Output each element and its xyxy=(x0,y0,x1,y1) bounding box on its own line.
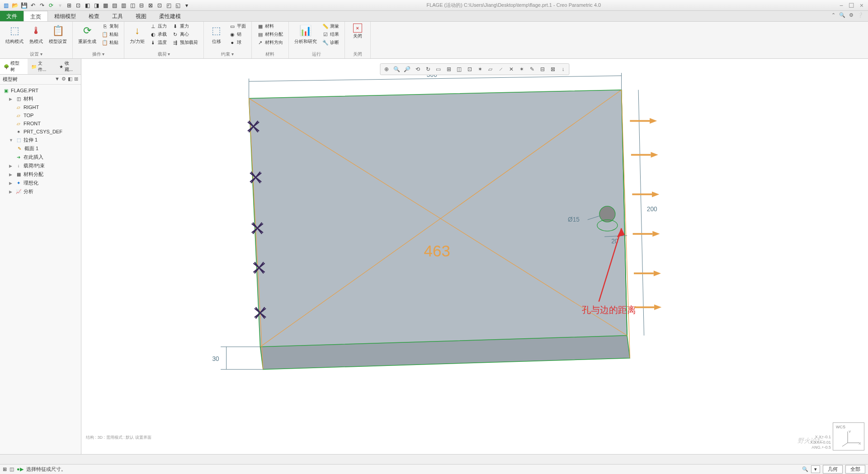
tree-item-right[interactable]: ▱RIGHT xyxy=(0,103,81,111)
saved-view-icon[interactable]: ▭ xyxy=(434,65,443,74)
material-button[interactable]: ▦材料 xyxy=(255,23,285,30)
regen-button[interactable]: ⟳ 重新生成 xyxy=(76,23,98,45)
display-style-icon[interactable]: ◫ xyxy=(454,65,464,74)
find-icon[interactable]: 🔍 xyxy=(802,466,808,472)
minimize-button[interactable]: − xyxy=(840,2,843,9)
temp-button[interactable]: 🌡温度 xyxy=(148,39,169,46)
qat-icon[interactable]: ◰ xyxy=(165,1,173,9)
ribbon-collapse-icon[interactable]: ⌃ xyxy=(831,12,835,20)
tab-refine[interactable]: 精细模型 xyxy=(48,11,82,21)
qat-icon[interactable]: ▦ xyxy=(101,1,109,9)
qat-icon[interactable]: ▥ xyxy=(119,1,127,9)
thermal-mode-button[interactable]: 🌡 热模式 xyxy=(27,23,45,45)
expand-icon[interactable]: ▼ xyxy=(9,138,14,142)
tree-item-analysis[interactable]: ▶📈分析 xyxy=(0,187,81,196)
bearing-button[interactable]: ◐承载 xyxy=(148,31,169,38)
expand-icon[interactable]: ▶ xyxy=(9,190,14,194)
qat-icon[interactable]: ◧ xyxy=(83,1,91,9)
force-button[interactable]: ↓ 力/力矩 xyxy=(128,23,146,45)
planar-button[interactable]: ▭平面 xyxy=(227,23,248,30)
qat-new-icon[interactable]: ▥ xyxy=(2,1,10,9)
help-icon[interactable]: ❔ xyxy=(857,12,863,20)
close-button[interactable]: × xyxy=(860,2,863,9)
point-icon[interactable]: ✕ xyxy=(506,65,516,74)
tree-item-matassign[interactable]: ▶▦材料分配 xyxy=(0,170,81,179)
tree-root[interactable]: ▣FLAGE.PRT xyxy=(0,86,81,95)
sel-filter-icon[interactable]: ⊞ xyxy=(3,466,7,472)
qat-icon[interactable]: ⊟ xyxy=(137,1,146,9)
tree-tab-fav[interactable]: ★收藏... xyxy=(56,59,81,74)
gravity-button[interactable]: ⬇重力 xyxy=(170,23,200,30)
tree-show-icon[interactable]: ◧ xyxy=(68,76,72,83)
tab-tools[interactable]: 工具 xyxy=(106,11,129,21)
annot-icon[interactable]: ✎ xyxy=(527,65,537,74)
results-button[interactable]: ☑结果 xyxy=(321,31,341,38)
diagnose-button[interactable]: 🔧诊断 xyxy=(321,39,341,46)
graphics-canvas[interactable]: ⊕ 🔍 🔎 ⟲ ↻ ▭ ⊞ ◫ ⊡ ✶ ▱ ⟋ ✕ ✶ ✎ ⊟ ⊠ ↓ xyxy=(81,59,868,454)
paste2-button[interactable]: 📋粘贴 xyxy=(100,39,120,46)
struct-mode-button[interactable]: ⬚ 结构模式 xyxy=(4,23,25,45)
mat-orient-button[interactable]: ↗材料方向 xyxy=(255,39,285,46)
analyze-button[interactable]: 📊 分析和研究 xyxy=(292,23,319,45)
qat-redo-icon[interactable]: ↷ xyxy=(38,1,46,9)
model-setup-button[interactable]: 📋 模型设置 xyxy=(47,23,69,45)
measure-button[interactable]: 📏测量 xyxy=(321,23,341,30)
expand-icon[interactable]: ▶ xyxy=(9,181,14,185)
qat-save-icon[interactable]: 💾 xyxy=(20,1,28,9)
tree-item-idealize[interactable]: ▶✦理想化 xyxy=(0,179,81,187)
zoom-out-icon[interactable]: 🔎 xyxy=(402,65,412,74)
tab-inspect[interactable]: 检查 xyxy=(82,11,106,21)
tab-home[interactable]: 主页 xyxy=(24,11,48,21)
filter-all[interactable]: 全部 xyxy=(845,465,865,474)
spin-icon[interactable]: ↻ xyxy=(423,65,433,74)
qat-regen-icon[interactable]: ⟳ xyxy=(47,1,55,9)
qat-icon[interactable]: ▤ xyxy=(110,1,118,9)
centrifugal-button[interactable]: ↻离心 xyxy=(170,31,200,38)
paste-button[interactable]: 📋粘贴 xyxy=(100,31,120,38)
tree-settings-icon[interactable]: ⚙ xyxy=(61,76,66,83)
tab-view[interactable]: 视图 xyxy=(129,11,153,21)
tab-file[interactable]: 文件 xyxy=(0,11,24,21)
view-manager-icon[interactable]: ⊞ xyxy=(444,65,454,74)
sim-icon[interactable]: ⊟ xyxy=(538,65,547,74)
zoom-in-icon[interactable]: 🔍 xyxy=(392,65,402,74)
csys-icon[interactable]: ✶ xyxy=(517,65,527,74)
plane-icon[interactable]: ▱ xyxy=(486,65,495,74)
displacement-button[interactable]: ⬚ 位移 xyxy=(208,23,226,45)
repaint-icon[interactable]: ⟲ xyxy=(413,65,423,74)
tree-item-loads[interactable]: ▶↓载荷/约束 xyxy=(0,161,81,170)
tree-item-front[interactable]: ▱FRONT xyxy=(0,119,81,128)
ball-button[interactable]: ●球 xyxy=(227,39,248,46)
expand-icon[interactable]: ▶ xyxy=(9,172,14,177)
tree-tab-model[interactable]: 🌳模型树 xyxy=(0,59,28,74)
tree-tab-files[interactable]: 📁文 件... xyxy=(28,59,56,74)
mat-assign-button[interactable]: ▤材料分配 xyxy=(255,31,285,38)
preload-button[interactable]: ⇶预加载荷 xyxy=(170,39,200,46)
axis-icon[interactable]: ⟋ xyxy=(496,65,506,74)
tree-item-extrude[interactable]: ▼⬚拉伸 1 xyxy=(0,136,81,144)
tab-flex[interactable]: 柔性建模 xyxy=(153,11,187,21)
qat-icon[interactable]: ◨ xyxy=(92,1,100,9)
load-icon[interactable]: ↓ xyxy=(558,65,568,74)
close-button[interactable]: × 关闭 xyxy=(349,23,367,39)
search-icon[interactable]: 🔍 xyxy=(839,12,845,20)
copy-button[interactable]: ⎘复制 xyxy=(100,23,120,30)
tree-item-insert[interactable]: ➜在此插入 xyxy=(0,153,81,161)
dim-hole-dia[interactable]: Ø15 xyxy=(568,216,580,223)
qat-icon[interactable]: ◫ xyxy=(128,1,137,9)
dim-height[interactable]: 200 xyxy=(647,206,657,213)
qat-undo-icon[interactable]: ↶ xyxy=(29,1,37,9)
maximize-button[interactable]: ☐ xyxy=(849,2,854,9)
tree-tool-icon[interactable]: ⊞ xyxy=(74,76,78,83)
datum-display-icon[interactable]: ⊡ xyxy=(465,65,475,74)
qat-open-icon[interactable]: 📂 xyxy=(11,1,19,9)
qat-icon[interactable]: ⊡ xyxy=(74,1,82,9)
tree-item-csys[interactable]: ✶PRT_CSYS_DEF xyxy=(0,128,81,136)
qat-icon[interactable]: ⊡ xyxy=(156,1,164,9)
expand-icon[interactable]: ▶ xyxy=(9,164,14,168)
qat-icon[interactable]: ⊞ xyxy=(65,1,73,9)
expand-icon[interactable]: ▶ xyxy=(9,97,14,101)
settings-icon[interactable]: ⚙ xyxy=(849,12,854,20)
pressure-button[interactable]: ⊥压力 xyxy=(148,23,169,30)
mesh-icon[interactable]: ⊠ xyxy=(548,65,558,74)
